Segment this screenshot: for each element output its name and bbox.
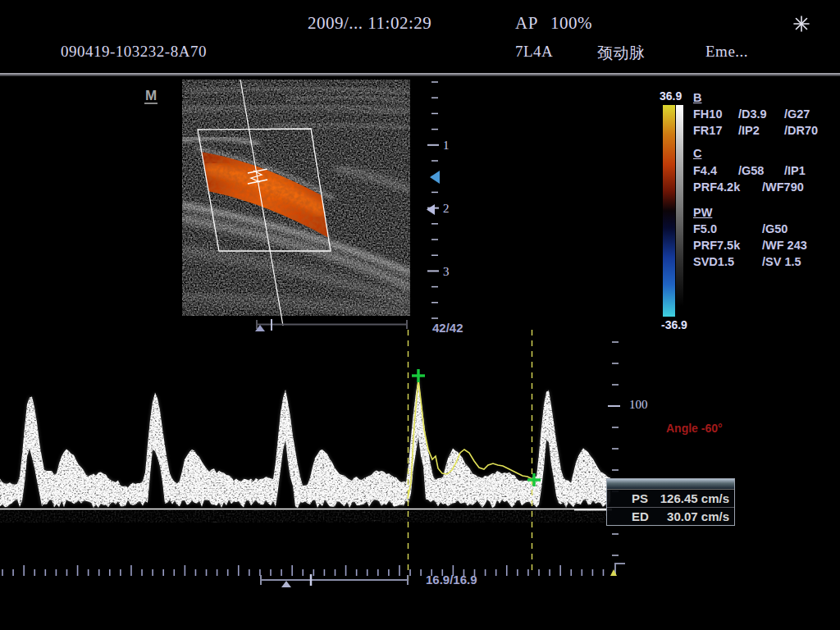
pw-mode-title: PW xyxy=(693,206,837,222)
depth-label-1: 1 xyxy=(443,139,450,153)
results-panel-header xyxy=(607,479,734,490)
color-scale-min: -36.9 xyxy=(661,318,687,331)
angle-correction-label: Angle -60° xyxy=(666,422,723,435)
acoustic-power-value: 100% xyxy=(550,13,592,34)
datetime-label: 2009/... 11:02:29 xyxy=(308,13,431,34)
result-row-ps: PS 126.45 cm/s xyxy=(607,490,734,507)
depth-ruler xyxy=(427,82,439,318)
c-mode-params-row1: F4.4/G58/IP1 xyxy=(693,164,837,180)
sweep-scroll-bar xyxy=(261,574,408,587)
b-image-scroll-bar xyxy=(255,319,407,331)
pw-mode-params-row1: F5.0/G50 xyxy=(693,222,837,239)
b-mode-title: B xyxy=(693,91,837,107)
header-separator xyxy=(0,73,840,76)
spectral-doppler-waveform xyxy=(0,377,612,523)
exam-mode-label: Eme... xyxy=(705,43,748,61)
pw-mode-params-row2: PRF7.5k/WF 243 xyxy=(693,239,837,255)
b-mode-params-row2: FR17/IP2/DR70 xyxy=(693,124,837,140)
pw-mode-params-row3: SVD1.5/SV 1.5 xyxy=(693,255,837,272)
time-ruler xyxy=(2,565,603,576)
probe-label: 7L4A xyxy=(515,43,553,61)
color-scale-max: 36.9 xyxy=(660,89,682,103)
ultrasound-screen: 2009/... 11:02:29 AP 100% 090419-103232-… xyxy=(0,0,840,630)
result-row-ed: ED 30.07 cm/s xyxy=(607,507,734,525)
c-mode-params-row2: PRF4.2k/WF790 xyxy=(693,180,837,197)
preset-label: 颈动脉 xyxy=(597,43,646,64)
b-mode-params-row1: FH10/D3.9/G27 xyxy=(693,107,837,124)
brand-logo: M xyxy=(144,89,158,104)
exam-id-label: 090419-103232-8A70 xyxy=(61,43,207,61)
sweep-speed-label: 16.9/16.9 xyxy=(426,573,477,587)
color-doppler-bar xyxy=(663,105,675,317)
velocity-tick-label: 100 xyxy=(629,398,648,412)
sweep-position-marker xyxy=(610,564,625,576)
frame-counter: 42/42 xyxy=(432,321,463,335)
depth-label-2: 2 xyxy=(443,202,450,216)
depth-label-3: 3 xyxy=(443,265,450,279)
acoustic-power-label: AP xyxy=(515,13,538,34)
b-mode-image xyxy=(182,80,410,316)
c-mode-title: C xyxy=(693,147,837,163)
snowflake-icon xyxy=(794,16,809,31)
measurement-results-panel: PS 126.45 cm/s ED 30.07 cm/s xyxy=(606,478,735,526)
grayscale-bar xyxy=(676,105,683,317)
